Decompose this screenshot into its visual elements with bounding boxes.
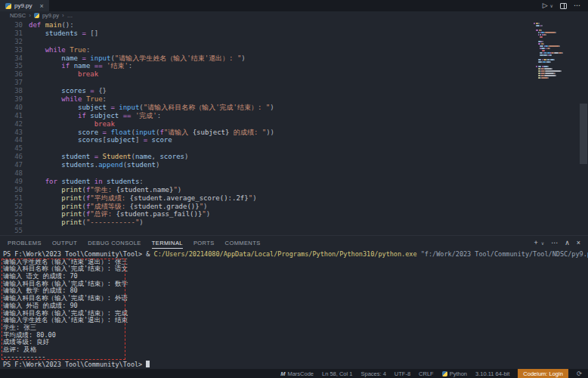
- close-tab-icon[interactable]: ×: [40, 2, 44, 10]
- editor-scrollbar[interactable]: [580, 104, 587, 164]
- code-editor[interactable]: 30def main():31 students = []3233 while …: [0, 20, 588, 235]
- minimap-line: [534, 36, 577, 38]
- terminal-line: 学生: 张三: [3, 324, 588, 332]
- minimap-line: [534, 59, 577, 60]
- minimap-line: [534, 57, 577, 58]
- panel-tab-output[interactable]: OUTPUT: [52, 237, 77, 249]
- status-item-utf-8[interactable]: UTF-8: [395, 370, 410, 377]
- panel-tab-debug-console[interactable]: DEBUG CONSOLE: [88, 237, 141, 249]
- status-item-spaces-4[interactable]: Spaces: 4: [361, 370, 385, 377]
- close-panel-icon[interactable]: ×: [577, 239, 580, 246]
- code-text: while True:: [23, 95, 107, 104]
- code-line: 33 while True:: [0, 46, 274, 54]
- minimap-line: [534, 29, 577, 31]
- line-number: 36: [0, 70, 23, 79]
- minimap-line: [534, 32, 577, 33]
- minimap-line: [534, 50, 577, 51]
- line-number: 52: [0, 203, 23, 211]
- panel-tab-ports[interactable]: PORTS: [193, 237, 215, 249]
- status-item-sync[interactable]: ⟳: [577, 370, 582, 377]
- code-line: 44 scores[subject] = score: [0, 136, 274, 144]
- minimap-line: [534, 77, 577, 79]
- code-line: 39 while True:: [0, 95, 274, 104]
- status-item-python[interactable]: Python: [442, 370, 467, 377]
- editor-more-actions-icon[interactable]: ⋯: [574, 2, 580, 9]
- line-number: 34: [0, 54, 23, 63]
- run-dropdown-icon[interactable]: ∨: [550, 3, 553, 8]
- code-line: 47 students.append(student): [0, 161, 274, 169]
- code-text: student = Student(name, scores): [23, 153, 188, 161]
- terminal-output[interactable]: PS F:\Work\2023 Tool\Community\Tool> & C…: [0, 249, 588, 369]
- line-number: 43: [0, 129, 23, 137]
- minimap-line: [534, 61, 577, 63]
- code-text: print(f"学生: {student.name}"): [23, 186, 181, 194]
- line-number: 33: [0, 46, 23, 54]
- code-line: 31 students = []: [0, 29, 274, 38]
- marscode-icon: M: [280, 370, 285, 377]
- code-line: 38 scores = {}: [0, 87, 274, 95]
- sync-icon: ⟳: [577, 370, 582, 377]
- maximize-panel-icon[interactable]: ∧: [565, 239, 570, 246]
- tab-bar-spacer: [49, 0, 543, 11]
- line-number: 53: [0, 210, 23, 218]
- terminal-prompt[interactable]: PS F:\Work\2023 Tool\Community\Tool>: [3, 361, 588, 368]
- line-number: 38: [0, 87, 23, 95]
- terminal-line: 成绩等级: 良好: [3, 339, 588, 346]
- status-item-ln-58-col-1[interactable]: Ln 58, Col 1: [322, 370, 352, 377]
- terminal-dropdown-icon[interactable]: ∨: [541, 240, 544, 246]
- terminal-line: 平均成绩: 80.00: [3, 332, 588, 339]
- panel-tab-comments[interactable]: COMMENTS: [225, 237, 261, 249]
- code-text: [23, 38, 29, 46]
- terminal-line: 请输入科目名称（输入'完成'结束）: 外语: [3, 295, 588, 302]
- code-line: 46 student = Student(name, scores): [0, 153, 274, 161]
- tab-py9[interactable]: py9.py ×: [0, 0, 49, 11]
- code-lines: 30def main():31 students = []3233 while …: [0, 21, 274, 235]
- minimap-line: [534, 43, 577, 45]
- minimap-line: [534, 41, 577, 42]
- line-number: 51: [0, 194, 23, 203]
- minimap[interactable]: [534, 23, 577, 82]
- code-text: scores = {}: [23, 87, 107, 95]
- code-line: 52 print(f"成绩等级: {student.grade()}"): [0, 203, 274, 211]
- split-editor-icon[interactable]: [560, 3, 567, 9]
- line-number: 32: [0, 38, 23, 46]
- line-number: 54: [0, 218, 23, 227]
- breadcrumb-folder[interactable]: NDSC: [10, 12, 26, 19]
- minimap-line: [534, 70, 577, 72]
- code-text: students = []: [23, 29, 98, 38]
- panel-tab-problems[interactable]: PROBLEMS: [8, 237, 42, 249]
- code-line: 43 score = float(input(f"请输入 {subject} 的…: [0, 129, 274, 137]
- status-item-codeium-login[interactable]: Codeium: Login: [518, 369, 568, 378]
- terminal-line: 请输入学生姓名（输入'结束'退出）: 结束: [3, 317, 588, 324]
- breadcrumb-symbol[interactable]: …: [67, 12, 73, 19]
- run-button[interactable]: ▷: [543, 2, 548, 9]
- code-text: subject = input("请输入科目名称（输入'完成'结束）: "): [23, 104, 274, 112]
- status-item-3-10-11-64-bit[interactable]: 3.10.11 64-bit: [475, 370, 509, 377]
- code-line: 53 print(f"总评: {student.pass_fail()}"): [0, 210, 274, 218]
- terminal-line: 总评: 及格: [3, 346, 588, 354]
- panel-tab-terminal[interactable]: TERMINAL: [152, 237, 183, 249]
- code-line: 50 print(f"学生: {student.name}"): [0, 186, 274, 194]
- code-text: score = float(input(f"请输入 {subject} 的成绩:…: [23, 129, 274, 137]
- code-text: print("-----------"): [23, 218, 144, 227]
- minimap-line: [534, 54, 577, 56]
- new-terminal-icon[interactable]: +: [534, 239, 537, 246]
- status-item-marscode[interactable]: MMarsCode: [280, 370, 314, 377]
- minimap-line: [534, 48, 577, 49]
- code-text: name = input("请输入学生姓名（输入'结束'退出）: "): [23, 54, 246, 63]
- code-text: if name == '结束':: [23, 62, 132, 70]
- code-line: 54 print("-----------"): [0, 218, 274, 227]
- minimap-line: [534, 39, 577, 40]
- panel-more-icon[interactable]: ⋯: [551, 239, 558, 246]
- breadcrumb-separator: ›: [29, 12, 31, 19]
- breadcrumb-file[interactable]: py9.py: [42, 12, 59, 19]
- code-line: 34 name = input("请输入学生姓名（输入'结束'退出）: "): [0, 54, 274, 63]
- code-line: 37: [0, 79, 274, 87]
- line-number: 47: [0, 161, 23, 169]
- line-number: 45: [0, 144, 23, 153]
- panel-tabs: PROBLEMSOUTPUTDEBUG CONSOLETERMINALPORTS…: [8, 237, 261, 249]
- line-number: 40: [0, 104, 23, 112]
- breadcrumb: NDSC › py9.py › …: [0, 11, 588, 20]
- status-item-crlf[interactable]: CRLF: [419, 370, 434, 377]
- line-number: 42: [0, 120, 23, 129]
